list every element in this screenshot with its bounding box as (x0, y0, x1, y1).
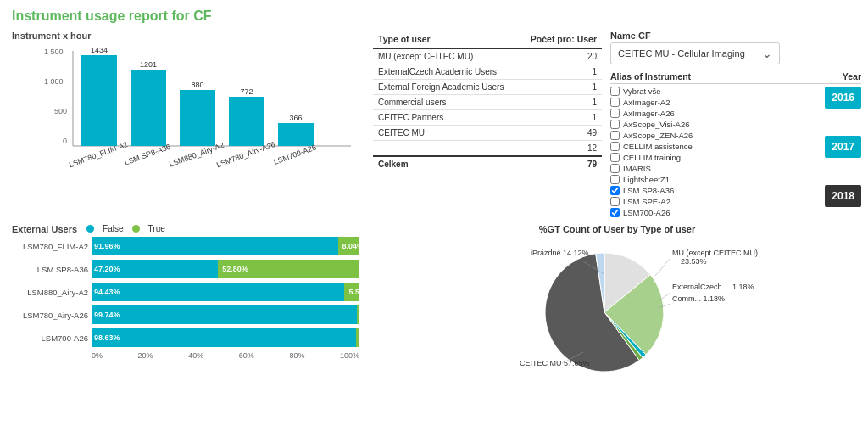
user-type-cell: Celkem (373, 156, 520, 171)
alias-item[interactable]: AxScope_Visi-A26 (610, 120, 820, 129)
hbar-false-seg: 91.96% (92, 237, 338, 255)
alias-checkbox[interactable] (610, 120, 620, 129)
user-type-cell: Commercial users (373, 95, 520, 110)
bar-chart-svg: 1 500 1 000 500 0 1434 1201 880 (12, 44, 359, 180)
alias-item[interactable]: AxImager-A26 (610, 109, 820, 118)
legend: False True (86, 224, 165, 233)
name-cf-label: Name CF (610, 31, 861, 41)
hbar-false-seg: 98.63% (92, 328, 356, 347)
alias-item[interactable]: LSM700-A26 (610, 208, 820, 217)
alias-item[interactable]: CELLIM training (610, 153, 820, 162)
table-row: ExternalCzech Academic Users1 (373, 64, 602, 80)
alias-checkbox[interactable] (610, 208, 620, 217)
alias-label: CELLIM training (623, 153, 681, 162)
alias-label: LightsheetZ1 (623, 175, 670, 184)
alias-checkbox[interactable] (610, 164, 620, 173)
table-row: 12 (373, 141, 602, 157)
alias-label: AxImager-A2 (623, 98, 670, 107)
x-axis-labels: 0%20%40%60%80%100% (12, 351, 359, 360)
svg-rect-12 (229, 97, 264, 146)
alias-label: IMARIS (623, 164, 651, 173)
user-count-cell: 1 (520, 95, 602, 110)
user-count-cell: 1 (520, 110, 602, 126)
user-type-cell (373, 141, 520, 157)
alias-checkbox[interactable] (610, 142, 620, 151)
hbar-true-seg: 8.04% (338, 237, 359, 255)
alias-item[interactable]: LightsheetZ1 (610, 175, 820, 184)
page-title: Instrument usage report for CF (12, 8, 856, 24)
external-users-title: External Users (12, 224, 77, 234)
alias-checkbox[interactable] (610, 87, 620, 96)
alias-label: AxScope_Visi-A26 (623, 120, 690, 129)
user-type-col-header: Type of user (373, 31, 520, 48)
table-row: External Foreign Academic Users1 (373, 80, 602, 95)
alias-title: Alias of Instrument (610, 71, 691, 81)
alias-item[interactable]: AxImager-A2 (610, 98, 820, 107)
alias-checkbox[interactable] (610, 197, 620, 206)
svg-text:772: 772 (240, 87, 253, 96)
svg-text:1434: 1434 (91, 46, 108, 54)
svg-text:0: 0 (63, 137, 67, 145)
hbar-false-seg: 94.43% (92, 283, 344, 301)
year-badge: 2018 (825, 185, 861, 207)
hbar-false-seg: 47.20% (92, 260, 218, 278)
hbar-false-pct: 98.63% (94, 333, 120, 342)
alias-label: AxImager-A26 (623, 109, 675, 118)
pie-label: iPrázdné 14.12% (531, 249, 589, 257)
user-type-cell: CEITEC MU (373, 126, 520, 141)
hbar-true-seg (357, 305, 359, 324)
table-row: CEITEC MU49 (373, 126, 602, 141)
name-cf-value: CEITEC MU - Cellular Imaging (618, 48, 745, 59)
pie-title: %GT Count of User by Type of user (373, 224, 861, 234)
hbar-row: LSM SP8-A36 47.20% 52.80% (12, 260, 359, 278)
alias-label: LSM SPE-A2 (623, 197, 670, 206)
pie-area: iPrázdné 14.12%MU (except CEITEC MU)23.5… (373, 238, 861, 382)
alias-item[interactable]: Vybrat vše (610, 87, 820, 96)
hbar-true-seg: 5.57% (344, 283, 359, 301)
user-count-cell: 12 (520, 141, 602, 157)
user-count-cell: 79 (520, 156, 602, 171)
alias-item[interactable]: LSM SP8-A36 (610, 186, 820, 195)
hbar-track: 91.96% 8.04% (92, 237, 359, 255)
user-type-cell: External Foreign Academic Users (373, 80, 520, 95)
pie-label: ExternalCzech ... 1.18% (672, 283, 754, 291)
alias-checkbox[interactable] (610, 109, 620, 118)
alias-item[interactable]: AxScope_ZEN-A26 (610, 131, 820, 140)
alias-checkbox[interactable] (610, 175, 620, 184)
svg-rect-10 (180, 90, 215, 146)
alias-item[interactable]: CELLIM assistence (610, 142, 820, 151)
year-title: Year (843, 71, 861, 81)
hbar-label: LSM780_FLIM-A2 (12, 242, 88, 251)
alias-label: Vybrat vše (623, 87, 661, 96)
hbar-label: LSM700-A26 (12, 333, 88, 343)
user-count-cell: 49 (520, 126, 602, 141)
alias-header: Alias of Instrument Year (610, 71, 861, 84)
alias-checkbox[interactable] (610, 186, 620, 195)
x-axis-label: 80% (289, 351, 304, 360)
alias-item[interactable]: IMARIS (610, 164, 820, 173)
hbar-false-pct: 94.43% (94, 288, 120, 296)
svg-text:880: 880 (191, 81, 203, 89)
svg-text:1 500: 1 500 (44, 48, 64, 56)
alias-item[interactable]: LSM SPE-A2 (610, 197, 820, 206)
hbar-track: 94.43% 5.57% (92, 283, 359, 301)
table-row: MU (except CEITEC MU)20 (373, 48, 602, 64)
alias-checkbox[interactable] (610, 153, 620, 162)
hbar-true-pct: 8.04% (341, 242, 364, 250)
user-table: Type of user Počet pro: User MU (except … (373, 31, 602, 171)
x-axis-label: 100% (340, 351, 359, 360)
alias-checkbox[interactable] (610, 131, 620, 140)
pie-label: CEITEC MU 57.65% (520, 359, 590, 367)
table-row: Celkem79 (373, 156, 602, 171)
legend-false-dot (86, 225, 94, 233)
svg-rect-14 (278, 123, 314, 146)
alias-label: LSM700-A26 (623, 208, 670, 217)
horiz-bar-chart: LSM780_FLIM-A2 91.96% 8.04% LSM SP8-A36 … (12, 237, 359, 347)
user-count-cell: 1 (520, 80, 602, 95)
bar-chart-title: Instrument x hour (12, 31, 359, 41)
hbar-true-pct: 5.57% (347, 288, 370, 296)
pie-connector (655, 259, 670, 276)
bar-chart-section: Instrument x hour 1 500 1 000 500 0 1434 (12, 31, 359, 219)
name-cf-dropdown[interactable]: CEITEC MU - Cellular Imaging ⌄ (610, 42, 780, 64)
alias-checkbox[interactable] (610, 98, 620, 107)
